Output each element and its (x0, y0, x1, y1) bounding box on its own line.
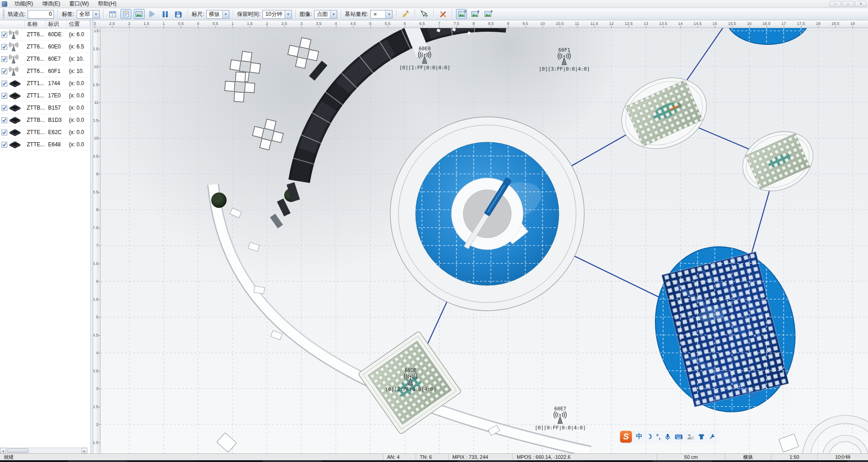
table-view-icon (109, 11, 116, 17)
column-header-pos[interactable]: 位置 (67, 20, 90, 28)
ruler-tick (319, 26, 319, 28)
row-check-icon-cell (0, 42, 25, 52)
row-id: 17E0 (46, 92, 67, 99)
save-button[interactable] (173, 9, 184, 19)
ruler-tick (301, 26, 302, 28)
row-checkbox[interactable] (1, 142, 7, 148)
menu-item-3[interactable]: 帮助(H) (93, 0, 121, 8)
ruler-tick (439, 26, 440, 28)
row-checkbox[interactable] (1, 32, 7, 38)
tag-dropdown[interactable]: 全部 ▾ (77, 10, 100, 19)
table-row[interactable]: ZTT6...60E7{x: 10. (0, 53, 90, 65)
ruler-tick-label: 11.5 (93, 82, 98, 87)
retain-time-dropdown[interactable]: 10分钟 ▾ (262, 10, 291, 19)
status-segment-1: TN: 6 (416, 454, 448, 460)
chevron-down-icon[interactable]: ▾ (92, 10, 99, 18)
ruler-tick-label: 7.5 (454, 21, 460, 26)
scroll-left-arrow[interactable]: ◂ (0, 448, 6, 453)
map-canvas[interactable]: 32.521.510.500.511.522.533.544.555.566.5… (93, 20, 868, 453)
menu-item-1[interactable]: 增强(E) (38, 0, 65, 8)
minimize-button[interactable]: ─ (829, 1, 841, 7)
ruler-tick (98, 49, 100, 49)
map-view-button[interactable] (134, 9, 145, 19)
map-svg[interactable] (101, 28, 868, 453)
ruler-tick (98, 31, 100, 31)
move-button[interactable] (419, 9, 430, 19)
ruler-dropdown[interactable]: 横纵 ▾ (206, 10, 229, 19)
chevron-down-icon[interactable]: ▾ (285, 10, 291, 18)
play-icon (150, 11, 155, 17)
play-button[interactable] (147, 9, 158, 19)
view-plane-z-button[interactable]: z (482, 9, 493, 19)
image-mode-dropdown[interactable]: 点图 ▾ (314, 10, 337, 19)
column-header-icon[interactable] (0, 20, 25, 28)
lang-zh-icon[interactable]: 中 (636, 433, 642, 441)
table-view-button[interactable] (107, 9, 118, 19)
table-row[interactable]: ZTTB...B157{x: 0.0 (0, 102, 90, 114)
close-button[interactable]: ✕ (855, 1, 867, 7)
scroll-thumb[interactable] (7, 448, 29, 453)
tag-device-icon (8, 104, 22, 112)
row-checkbox[interactable] (1, 117, 7, 123)
table-row[interactable]: ZTT6...60DE{x: 6.0 (0, 29, 90, 41)
view-plane-y-button[interactable]: y (469, 9, 480, 19)
ruler-tick (98, 353, 100, 353)
delete-button[interactable] (437, 9, 448, 19)
table-row[interactable]: ZTT6...60F1{x: 10. (0, 65, 90, 77)
column-header-id[interactable]: 标识 (46, 20, 67, 28)
row-checkbox[interactable] (1, 105, 7, 111)
skin-icon[interactable] (698, 433, 705, 440)
ruler-tick-label: 13 (94, 29, 98, 33)
ruler-tick-label: 9.5 (93, 154, 98, 159)
moon-icon[interactable]: ☽ (646, 433, 652, 440)
menu-item-2[interactable]: 窗口(W) (65, 0, 93, 8)
chevron-down-icon[interactable]: ▾ (222, 10, 229, 18)
status-segment-6: 1:50 (771, 454, 817, 460)
row-checkbox[interactable] (1, 130, 7, 135)
sogou-logo-icon[interactable]: S (620, 431, 632, 443)
range-dropdown[interactable]: ∝ ▾ (370, 10, 393, 19)
keyboard-icon[interactable] (675, 434, 683, 440)
chevron-down-icon[interactable]: ▾ (385, 10, 392, 18)
menu-item-0[interactable]: 功能(R) (10, 0, 38, 8)
ruler-tick (112, 26, 112, 28)
column-header-name[interactable]: 名称 (25, 20, 46, 28)
ruler-tick (508, 26, 509, 28)
ruler-tick (353, 26, 354, 28)
row-checkbox[interactable] (1, 81, 7, 87)
table-row[interactable]: ZTTE...E62C{x: 0.0 (0, 126, 90, 139)
view-plane-x-button[interactable]: x (456, 9, 467, 19)
row-checkbox[interactable] (1, 44, 7, 50)
ruler-tick (835, 26, 836, 28)
row-checkbox[interactable] (1, 56, 7, 62)
login-person-icon[interactable]: 10 (687, 433, 694, 440)
chevron-down-icon[interactable]: ▾ (330, 10, 337, 18)
sidebar-hscrollbar[interactable]: ◂ ▸ (0, 448, 87, 453)
row-name: ZTTB... (25, 105, 46, 111)
table-row[interactable]: ZTT1...1744{x: 0.0 (0, 77, 90, 90)
toolbox-icon[interactable] (709, 433, 715, 440)
table-row[interactable]: ZTTE...E648{x: 0.0 (0, 139, 90, 151)
row-checkbox[interactable] (1, 68, 7, 74)
table-row[interactable]: ZTTB...B1D3{x: 0.0 (0, 114, 90, 126)
table-row[interactable]: ZTT6...60E0{x: 6.5 (0, 41, 90, 53)
ruler-tick-label: 6.5 (93, 261, 98, 266)
toolbar-grip[interactable] (3, 10, 5, 19)
maximize-button[interactable]: □ (842, 1, 854, 7)
track-point-input[interactable] (28, 10, 54, 19)
window-controls: ─□✕ (829, 1, 868, 7)
image-icon (485, 11, 491, 17)
ruler-tick (98, 407, 100, 407)
antenna-icon (8, 29, 19, 39)
row-checkbox[interactable] (1, 93, 7, 99)
scroll-right-arrow[interactable]: ▸ (82, 448, 87, 453)
microphone-icon[interactable] (664, 433, 671, 440)
row-id: B157 (46, 105, 67, 111)
table-row[interactable]: ZTT1...17E0{x: 0.0 (0, 90, 90, 102)
punctuation-icon[interactable]: °, (656, 433, 661, 440)
ruler-tick-label: 12 (94, 64, 98, 69)
detail-view-button[interactable] (121, 9, 131, 19)
brush-button[interactable] (400, 9, 411, 19)
row-check-icon-cell (0, 129, 25, 136)
pause-button[interactable] (160, 9, 171, 19)
